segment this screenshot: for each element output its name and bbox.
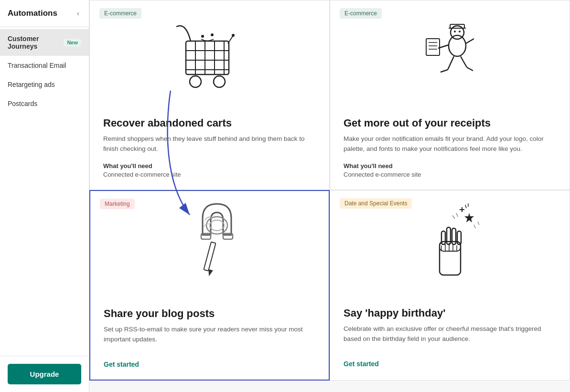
- svg-line-13: [228, 36, 233, 43]
- card-need-section: What you'll need Connected e-commerce si…: [103, 162, 316, 178]
- svg-point-15: [449, 35, 466, 56]
- svg-point-14: [232, 34, 235, 37]
- card-need-label: What you'll need: [103, 162, 316, 170]
- svg-rect-35: [204, 242, 215, 271]
- card-need-label: What you'll need: [344, 162, 556, 170]
- card-body: Get more out of your receipts Make your …: [330, 106, 570, 190]
- sidebar-nav: Customer Journeys New Transactional Emai…: [0, 27, 89, 356]
- card-need-value: Connected e-commerce site: [344, 171, 556, 178]
- sidebar-title: Automations: [8, 9, 57, 18]
- blog-illustration: [172, 199, 248, 287]
- upgrade-button[interactable]: Upgrade: [8, 364, 81, 384]
- cart-illustration: [172, 12, 248, 94]
- svg-line-50: [465, 205, 466, 208]
- card-get-more-receipts: E-commerce: [330, 0, 570, 190]
- svg-line-55: [478, 222, 479, 225]
- svg-point-29: [454, 31, 456, 32]
- sidebar-header: Automations ‹: [0, 0, 89, 27]
- sidebar-item-retargeting-ads[interactable]: Retargeting ads: [0, 75, 89, 94]
- svg-line-53: [456, 213, 458, 217]
- card-title: Get more out of your receipts: [344, 117, 556, 129]
- svg-line-23: [441, 70, 448, 72]
- svg-point-12: [211, 33, 214, 36]
- card-image-area: Date and Special Events: [330, 191, 570, 296]
- card-recover-abandoned-carts: E-commerce: [89, 0, 330, 190]
- sidebar-item-label: Transactional Email: [8, 62, 66, 69]
- svg-point-30: [459, 31, 461, 32]
- svg-line-52: [452, 215, 455, 219]
- sidebar: Automations ‹ Customer Journeys New Tran…: [0, 0, 89, 392]
- svg-line-24: [467, 67, 473, 71]
- svg-point-11: [201, 35, 204, 38]
- card-description: Remind shoppers when they leave stuff be…: [103, 134, 316, 154]
- birthday-illustration: [412, 199, 488, 287]
- svg-point-9: [190, 76, 201, 87]
- card-title: Recover abandoned carts: [103, 117, 316, 129]
- get-started-link[interactable]: Get started: [344, 360, 556, 368]
- sidebar-footer: Upgrade: [0, 356, 89, 392]
- receipt-illustration: [412, 12, 488, 94]
- card-image-area: E-commerce: [90, 0, 329, 106]
- category-badge: Date and Special Events: [340, 198, 412, 209]
- svg-line-54: [474, 225, 475, 228]
- card-title: Share your blog posts: [104, 307, 315, 320]
- card-need-value: Connected e-commerce site: [103, 171, 316, 178]
- svg-rect-44: [441, 231, 445, 244]
- category-badge: E-commerce: [340, 8, 382, 19]
- collapse-button[interactable]: ‹: [75, 9, 81, 18]
- svg-line-21: [448, 56, 454, 70]
- card-description: Celebrate with an exclusive offer or che…: [344, 324, 556, 344]
- card-say-happy-birthday: Date and Special Events: [330, 190, 570, 381]
- svg-line-20: [466, 39, 474, 43]
- sidebar-item-transactional-email[interactable]: Transactional Email: [0, 56, 89, 75]
- sidebar-item-label: Postcards: [8, 100, 37, 107]
- svg-rect-25: [426, 39, 440, 55]
- card-body: Recover abandoned carts Remind shoppers …: [90, 106, 329, 190]
- sidebar-item-label: Retargeting ads: [8, 81, 55, 88]
- card-title: Say 'happy birthday': [344, 307, 556, 319]
- card-body: Share your blog posts Set up RSS-to-emai…: [90, 296, 329, 380]
- svg-line-22: [461, 56, 467, 67]
- category-badge: Marketing: [100, 199, 135, 209]
- main-content: E-commerce: [89, 0, 570, 392]
- card-share-blog-posts: Marketing: [89, 190, 330, 381]
- card-need-section: What you'll need Connected e-commerce si…: [344, 162, 556, 178]
- cards-grid: E-commerce: [89, 0, 570, 381]
- svg-point-10: [214, 76, 225, 87]
- svg-point-34: [210, 220, 224, 231]
- card-description: Make your order notification emails fit …: [344, 134, 556, 154]
- card-body: Say 'happy birthday' Celebrate with an e…: [330, 296, 570, 380]
- card-image-area: Marketing: [90, 191, 329, 296]
- sidebar-item-postcards[interactable]: Postcards: [0, 94, 89, 113]
- sidebar-item-label: Customer Journeys: [8, 35, 60, 50]
- get-started-link[interactable]: Get started: [104, 360, 315, 368]
- card-image-area: E-commerce: [330, 0, 570, 106]
- svg-rect-37: [440, 242, 461, 275]
- category-badge: E-commerce: [99, 8, 141, 19]
- new-badge: New: [64, 39, 81, 46]
- sidebar-item-customer-journeys[interactable]: Customer Journeys New: [0, 29, 89, 56]
- card-description: Set up RSS-to-email to make sure your re…: [104, 325, 315, 344]
